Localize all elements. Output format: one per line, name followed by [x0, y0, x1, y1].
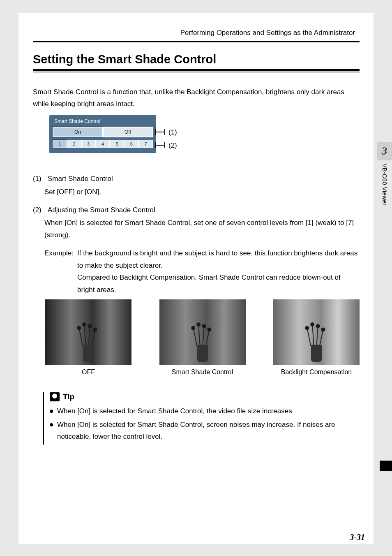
running-header: Performing Operations and Settings as th…	[180, 29, 355, 37]
level-2-button[interactable]: 2	[67, 140, 81, 148]
definition-2-heading: Adjusting the Smart Shade Control	[48, 204, 155, 216]
figure-ssc-caption: Smart Shade Control	[159, 368, 246, 376]
figure-row: OFF Smart Shade Control Backlight Compen…	[45, 299, 360, 376]
page-title: Setting the Smart Shade Control	[33, 53, 216, 66]
tip-list: When [On] is selected for Smart Shade Co…	[50, 405, 361, 443]
header-rule	[33, 41, 360, 42]
example-label: Example:	[44, 247, 77, 296]
definition-item-1: (1) Smart Shade Control Set [OFF] or [ON…	[33, 173, 360, 198]
panel-level-row: 1 2 3 4 5 6 7	[53, 140, 153, 148]
definition-1-heading: Smart Shade Control	[48, 173, 113, 185]
callout-line-1	[155, 132, 165, 132]
definition-2-number: (2)	[33, 204, 44, 216]
figure-off-caption: OFF	[45, 368, 131, 376]
figure-off-image	[45, 299, 131, 365]
tip-title: Tip	[63, 392, 74, 401]
callout-tick	[164, 129, 165, 135]
figure-ssc: Smart Shade Control	[159, 299, 246, 376]
tip-icon	[50, 392, 60, 401]
level-7-button[interactable]: 7	[138, 140, 153, 148]
callout-2-label: (2)	[168, 141, 177, 150]
level-5-button[interactable]: 5	[110, 140, 124, 148]
example-text: If the background is bright and the subj…	[77, 247, 360, 296]
panel-onoff-row: On Off	[53, 127, 153, 137]
level-6-button[interactable]: 6	[124, 140, 138, 148]
definition-1-number: (1)	[33, 173, 44, 185]
definition-1-body: Set [OFF] or [ON].	[44, 186, 360, 198]
callout-tick	[155, 129, 156, 135]
figure-blc-image	[273, 299, 360, 365]
level-4-button[interactable]: 4	[96, 140, 110, 148]
callout-tick	[164, 142, 165, 148]
figure-off: OFF	[45, 299, 131, 376]
example-block: Example: If the background is bright and…	[44, 247, 360, 296]
figure-ssc-image	[159, 299, 246, 365]
intro-paragraph: Smart Shade Control is a function that, …	[33, 86, 360, 110]
tip-box: Tip When [On] is selected for Smart Shad…	[43, 392, 361, 445]
definition-2-body: When [On] is selected for Smart Shade Co…	[44, 217, 360, 241]
chapter-label: VB-C60 Viewer	[377, 160, 392, 209]
side-thumb-marker	[380, 461, 392, 471]
on-button[interactable]: On	[53, 127, 103, 137]
level-3-button[interactable]: 3	[81, 140, 96, 148]
callout-line-2	[155, 145, 165, 146]
chapter-side-tab: 3 VB-C60 Viewer	[377, 142, 392, 209]
callout-tick	[155, 142, 156, 148]
level-1-button[interactable]: 1	[53, 140, 67, 148]
chapter-number: 3	[377, 142, 392, 160]
definition-item-2: (2) Adjusting the Smart Shade Control Wh…	[33, 204, 360, 296]
title-underline	[33, 69, 360, 73]
definition-list: (1) Smart Shade Control Set [OFF] or [ON…	[33, 173, 360, 302]
callout-1-label: (1)	[168, 128, 177, 137]
figure-blc-caption: Backlight Compensation	[273, 368, 360, 376]
tip-bullet-2: When [On] is selected for Smart Shade Co…	[50, 419, 361, 443]
off-button[interactable]: Off	[103, 127, 153, 137]
page-number: 3-31	[350, 533, 365, 542]
smart-shade-panel: Smart Shade Control On Off 1 2 3 4 5 6 7	[49, 115, 156, 153]
figure-blc: Backlight Compensation	[273, 299, 360, 376]
tip-bullet-1: When [On] is selected for Smart Shade Co…	[50, 405, 361, 417]
panel-title: Smart Shade Control	[53, 118, 153, 127]
